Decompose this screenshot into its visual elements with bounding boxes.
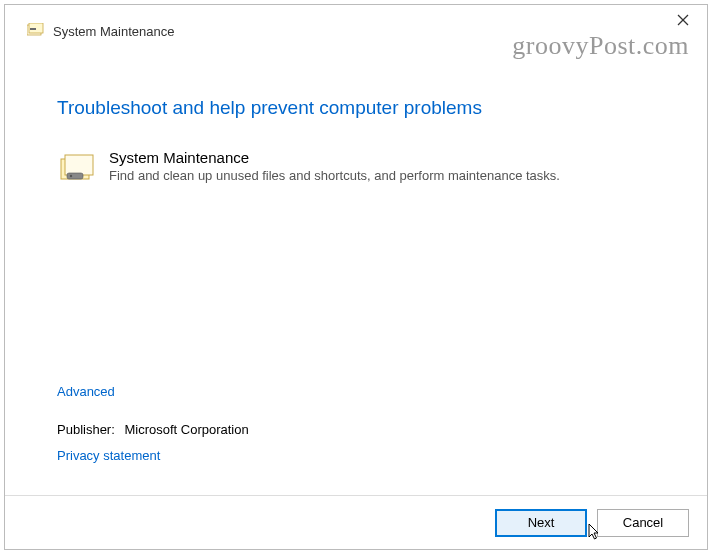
maintenance-folder-icon [59,151,95,187]
publisher-info: Publisher: Microsoft Corporation [57,422,249,437]
next-button[interactable]: Next [495,509,587,537]
window-title: System Maintenance [53,24,174,39]
content-area: Troubleshoot and help prevent computer p… [5,49,707,495]
publisher-value: Microsoft Corporation [124,422,248,437]
troubleshooter-item: System Maintenance Find and clean up unu… [59,149,655,187]
privacy-statement-link[interactable]: Privacy statement [57,448,160,463]
svg-rect-6 [65,155,93,175]
cancel-button[interactable]: Cancel [597,509,689,537]
item-title: System Maintenance [109,149,560,166]
svg-rect-7 [67,173,83,179]
svg-point-8 [70,175,72,177]
page-heading: Troubleshoot and help prevent computer p… [57,97,655,119]
system-maintenance-icon [27,23,45,39]
troubleshooter-item-text: System Maintenance Find and clean up unu… [109,149,560,183]
troubleshooter-window: System Maintenance groovyPost.com Troubl… [4,4,708,550]
advanced-link[interactable]: Advanced [57,384,115,399]
item-description: Find and clean up unused files and short… [109,168,560,183]
close-button[interactable] [669,9,697,31]
button-bar: Next Cancel [5,495,707,549]
publisher-label: Publisher: [57,422,115,437]
titlebar: System Maintenance groovyPost.com [5,5,707,49]
close-icon [677,14,689,26]
title-row: System Maintenance [5,5,174,39]
svg-rect-4 [30,28,36,30]
